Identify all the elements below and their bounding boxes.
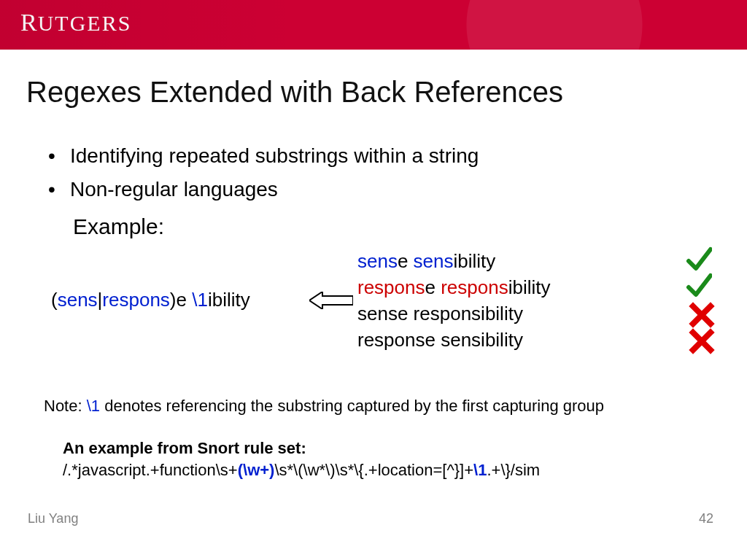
cross-icon — [689, 328, 715, 354]
snort-seg: \s*\(\w*\)\s*\{.+location=[^}]+ — [274, 461, 473, 479]
regex-close: )e — [170, 289, 192, 311]
logo-r: R — [20, 9, 38, 36]
regex-tail: ibility — [208, 289, 250, 311]
match-text: ibility — [454, 250, 496, 272]
note-line: Note: \1 denotes referencing the substri… — [44, 397, 718, 416]
check-icon — [686, 273, 712, 299]
snort-example: An example from Snort rule set: /.*javas… — [63, 438, 725, 481]
cross-icon — [689, 302, 715, 328]
match-text: ibility — [508, 276, 551, 298]
footer-page: 42 — [699, 511, 713, 526]
slide: RUTGERS Regexes Extended with Back Refer… — [0, 0, 747, 560]
header-bar: RUTGERS — [0, 0, 747, 50]
snort-hl: (\w+) — [238, 461, 275, 479]
snort-seg: .+\}/sim — [487, 461, 540, 479]
match-row: sense sensibility — [357, 248, 550, 274]
note-ref: \1 — [87, 397, 100, 415]
logo-rest: UTGERS — [38, 11, 132, 35]
arrow-left-icon — [309, 292, 353, 309]
snort-hl: \1 — [473, 461, 487, 479]
match-row: response responsibility — [357, 274, 550, 300]
match-list: sense sensibility response responsibilit… — [357, 248, 550, 353]
match-text: e — [425, 276, 441, 298]
match-text: e — [398, 250, 414, 272]
snort-seg: /.*javascript.+function\s+ — [63, 461, 238, 479]
bullet-item: Identifying repeated substrings within a… — [44, 144, 718, 168]
regex-backref: \1 — [192, 289, 208, 311]
regex-pattern: (sens|respons)e \1ibility — [51, 289, 250, 311]
regex-open: ( — [51, 289, 58, 311]
check-icon — [686, 246, 712, 273]
match-row: sense responsibility — [357, 300, 550, 327]
slide-title: Regexes Extended with Back References — [26, 76, 563, 109]
match-row: response sensibility — [357, 327, 550, 353]
match-hl: respons — [357, 276, 425, 298]
note-suffix: denotes referencing the substring captur… — [100, 397, 604, 415]
bullet-item: Non-regular languages — [44, 178, 718, 201]
match-hl: respons — [441, 276, 508, 298]
match-hl: sens — [357, 250, 398, 272]
match-hl: sens — [414, 250, 454, 272]
rutgers-logo: RUTGERS — [20, 9, 131, 36]
footer-author: Liu Yang — [28, 511, 78, 526]
regex-alt2: respons — [102, 289, 170, 311]
bullet-list: Identifying repeated substrings within a… — [44, 144, 718, 201]
snort-heading: An example from Snort rule set: — [63, 439, 306, 457]
example-label: Example: — [73, 214, 718, 239]
note-prefix: Note: — [44, 397, 87, 415]
regex-alt1: sens — [58, 289, 98, 311]
body: Identifying repeated substrings within a… — [44, 144, 718, 239]
